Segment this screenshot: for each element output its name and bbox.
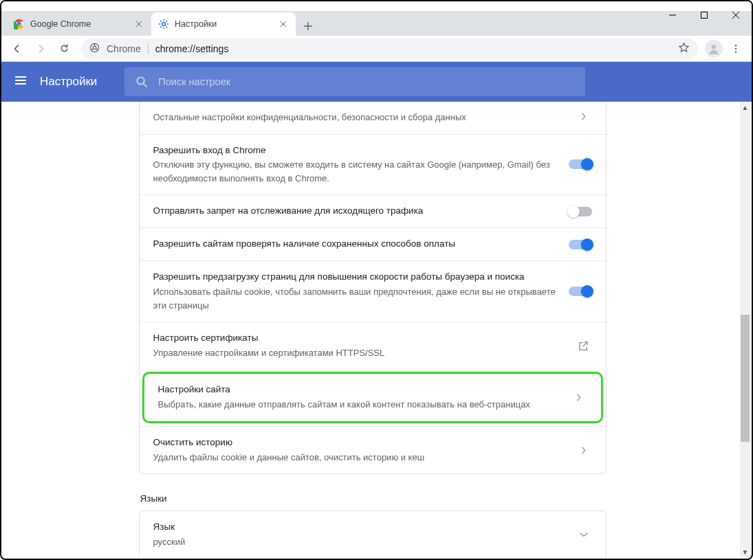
bookmark-star-icon[interactable] <box>678 42 690 56</box>
row-payment-check[interactable]: Разрешить сайтам проверять наличие сохра… <box>140 227 606 260</box>
chevron-down-icon <box>576 532 592 538</box>
row-title: Разрешить сайтам проверять наличие сохра… <box>153 238 559 251</box>
row-clear-history[interactable]: Очистить историю Удалить файлы cookie и … <box>140 426 606 473</box>
row-site-settings[interactable]: Настройки сайта Выбрать, какие данные от… <box>142 372 603 423</box>
chevron-right-icon <box>576 446 592 455</box>
row-sub: Управление настройками и сертификатами H… <box>153 346 566 360</box>
tab-strip: Google Chrome Настройки <box>1 11 752 36</box>
hamburger-icon[interactable] <box>14 74 28 90</box>
svg-point-7 <box>735 44 737 46</box>
row-title: Разрешить вход в Chrome <box>153 144 559 157</box>
row-sub: Удалить файлы cookie и данные сайтов, оч… <box>153 451 566 464</box>
toggle-allow-signin[interactable] <box>569 159 592 169</box>
row-sub: Выбрать, какие данные отправлять сайтам … <box>158 398 561 412</box>
new-tab-button[interactable] <box>298 16 318 36</box>
settings-search-input[interactable]: Поиск настроек <box>124 67 585 96</box>
svg-point-3 <box>162 23 166 26</box>
url-text: chrome://settings <box>155 43 229 54</box>
section-languages: Языки <box>139 493 607 504</box>
back-button[interactable] <box>7 38 28 59</box>
row-sub: Использовать файлы cookie, чтобы запомни… <box>153 285 559 312</box>
scroll-up-icon[interactable]: ▲ <box>740 102 750 113</box>
scheme-label: Chrome <box>107 43 149 54</box>
search-placeholder: Поиск настроек <box>158 76 230 87</box>
row-title: Разрешить предзагрузку страниц для повыш… <box>153 271 559 284</box>
chrome-badge-icon <box>89 43 100 55</box>
row-sub: Остальные настройки конфиденциальности, … <box>153 111 566 124</box>
reload-button[interactable] <box>54 38 74 59</box>
tab-close-icon[interactable] <box>133 19 144 30</box>
forward-button[interactable] <box>30 38 51 59</box>
minimize-button[interactable] <box>657 5 688 25</box>
svg-rect-0 <box>701 12 708 19</box>
svg-point-10 <box>138 77 144 84</box>
languages-card: Язык русский <box>139 511 607 557</box>
settings-header: Настройки Поиск настроек <box>1 62 752 102</box>
menu-button[interactable] <box>725 38 746 59</box>
tab-title: Настройки <box>175 19 272 29</box>
row-certificates[interactable]: Настроить сертификаты Управление настрой… <box>140 322 606 369</box>
scrollbar[interactable]: ▲ ▼ <box>740 102 750 557</box>
row-title: Язык <box>153 521 566 534</box>
tab-settings[interactable]: Настройки <box>151 12 296 36</box>
gear-icon <box>158 19 169 30</box>
row-title: Настроить сертификаты <box>153 332 566 345</box>
address-bar[interactable]: Chrome chrome://settings <box>81 38 698 59</box>
maximize-button[interactable] <box>688 5 720 25</box>
toggle-payment-check[interactable] <box>569 240 592 249</box>
chevron-right-icon <box>571 393 587 402</box>
row-sub: русский <box>153 535 566 549</box>
tab-close-icon[interactable] <box>278 19 289 30</box>
row-title: Очистить историю <box>153 436 566 449</box>
close-button[interactable] <box>720 5 752 25</box>
row-title: Настройки сайта <box>158 383 561 396</box>
row-sync-services[interactable]: Остальные настройки конфиденциальности, … <box>140 102 606 134</box>
toolbar: Chrome chrome://settings <box>1 36 752 62</box>
toggle-preload-pages[interactable] <box>569 287 592 296</box>
row-language[interactable]: Язык русский <box>140 511 606 557</box>
row-preload-pages[interactable]: Разрешить предзагрузку страниц для повыш… <box>140 260 606 322</box>
svg-point-5 <box>93 46 96 49</box>
row-sub: Отключив эту функцию, вы сможете входить… <box>153 158 559 185</box>
external-link-icon <box>576 340 592 352</box>
toggle-do-not-track[interactable] <box>569 207 592 216</box>
chrome-icon <box>14 19 25 30</box>
profile-avatar[interactable] <box>705 40 723 58</box>
row-title: Отправлять запрет на отслеживание для ис… <box>153 205 559 218</box>
tab-title: Google Chrome <box>30 19 128 29</box>
row-do-not-track[interactable]: Отправлять запрет на отслеживание для ис… <box>140 194 606 227</box>
chevron-right-icon <box>576 112 592 121</box>
tab-google-chrome[interactable]: Google Chrome <box>7 12 151 36</box>
settings-title: Настройки <box>40 75 97 89</box>
scroll-down-icon[interactable]: ▼ <box>740 546 750 557</box>
row-allow-signin[interactable]: Разрешить вход в Chrome Отключив эту фун… <box>140 134 606 195</box>
scroll-thumb[interactable] <box>741 315 750 442</box>
svg-point-8 <box>735 47 737 49</box>
search-icon <box>135 76 149 89</box>
svg-point-9 <box>735 51 737 53</box>
svg-point-6 <box>712 45 716 49</box>
privacy-card: Остальные настройки конфиденциальности, … <box>139 102 607 474</box>
